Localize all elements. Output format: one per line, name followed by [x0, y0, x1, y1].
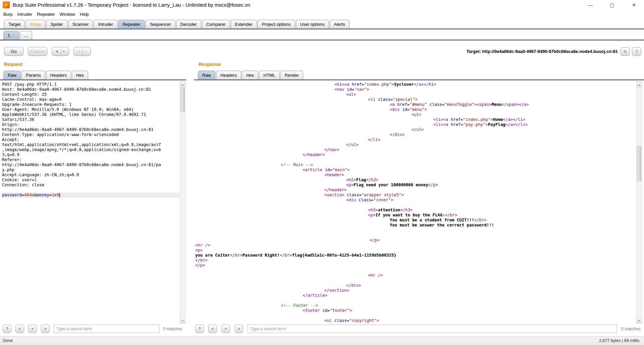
tab-user-options[interactable]: User options — [296, 20, 329, 28]
tab-sequencer[interactable]: Sequencer — [146, 20, 175, 28]
code-segment: attention — [378, 208, 400, 212]
tab-extender[interactable]: Extender — [231, 20, 257, 28]
scroll-down-icon[interactable]: ▼ — [180, 318, 185, 323]
response-search-next-button[interactable]: > — [234, 325, 243, 333]
code-segment: <div — [390, 107, 402, 112]
response-search-help-button[interactable]: ? — [195, 325, 204, 333]
request-tab-raw[interactable]: Raw — [3, 71, 21, 79]
response-search-prev-button[interactable]: < — [208, 325, 217, 333]
scroll-up-icon[interactable]: ▲ — [637, 82, 642, 87]
close-tab-icon[interactable]: × — [12, 33, 14, 38]
tab-project-options[interactable]: Project options — [258, 20, 295, 28]
response-tab-hex[interactable]: Hex — [242, 71, 258, 79]
code-line: </p> — [195, 263, 635, 268]
code-segment: "special" — [393, 97, 415, 102]
repeater-session-tab-...[interactable]: ... — [20, 31, 32, 40]
code-segment: <!-- Main --> — [281, 162, 313, 167]
response-search-input[interactable] — [248, 325, 617, 333]
code-segment: </span></a> — [501, 102, 529, 107]
code-segment: password — [2, 193, 22, 197]
tab-scanner[interactable]: Scanner — [68, 20, 93, 28]
tab-alerts[interactable]: Alerts — [330, 20, 350, 28]
code-segment: 1e9 — [52, 193, 59, 197]
code-line: <p> — [195, 248, 635, 253]
scroll-up-icon[interactable]: ▲ — [180, 82, 185, 87]
help-button[interactable]: ? — [632, 47, 641, 56]
code-line: <ul> — [195, 92, 635, 97]
code-segment: "wrapper style5" — [362, 193, 401, 197]
code-segment: Connection: close — [2, 183, 44, 187]
code-line: <a href="#menu" class="menuToggle"><span… — [195, 102, 635, 107]
code-line: <div class="inner"> — [195, 198, 635, 203]
request-search-prev-button[interactable]: < — [15, 325, 24, 333]
go-button[interactable]: Go — [4, 47, 23, 56]
close-button[interactable]: ✕ — [626, 0, 642, 10]
code-segment: Cookie: — [2, 178, 22, 182]
response-search-plus-button[interactable]: + — [221, 325, 230, 333]
request-scrollbar-thumb[interactable] — [180, 88, 185, 112]
code-segment: = — [390, 97, 393, 102]
code-line: <nav id="nav"> — [195, 87, 635, 92]
code-segment: href — [498, 323, 508, 324]
tab-target[interactable]: Target — [4, 20, 25, 28]
request-search-input[interactable] — [54, 325, 159, 333]
request-tab-hex[interactable]: Hex — [72, 71, 88, 79]
code-segment: you are Cuiter — [195, 253, 230, 258]
tab-spider[interactable]: Spider — [46, 20, 67, 28]
scroll-down-icon[interactable]: ▼ — [637, 318, 642, 323]
menu-item-help[interactable]: Help — [80, 12, 89, 17]
status-text: Done — [3, 338, 13, 343]
response-tab-headers[interactable]: Headers — [216, 71, 241, 79]
code-segment: > — [391, 82, 394, 87]
cancel-button[interactable]: Cancel — [28, 47, 47, 56]
code-segment: "copyright" — [349, 318, 376, 323]
code-segment: id — [322, 308, 327, 313]
response-tab-html[interactable]: HTML — [259, 71, 279, 79]
code-line: <section class="wrapper style5"> — [195, 193, 635, 198]
menu-item-repeater[interactable]: Repeater — [37, 12, 55, 17]
code-segment: </ul> — [346, 142, 359, 147]
code-segment: </nav> — [324, 147, 339, 152]
history-back-button[interactable]: < ▼ — [52, 47, 69, 56]
code-segment: PayFlag — [488, 122, 505, 127]
code-segment: > — [347, 167, 350, 172]
maximize-button[interactable]: ▢ — [604, 0, 621, 10]
main-tab-bar: TargetProxySpiderScannerIntruderRepeater… — [0, 18, 644, 29]
request-tab-headers[interactable]: Headers — [46, 71, 71, 79]
code-segment: = — [442, 102, 444, 107]
request-scrollbar[interactable]: ▲ ▼ — [180, 81, 185, 324]
repeater-session-tab-1[interactable]: 1× — [3, 31, 19, 40]
code-segment: Menu — [492, 102, 502, 107]
code-segment: </li><li> — [448, 323, 471, 324]
menu-item-intruder[interactable]: Intruder — [17, 12, 32, 17]
response-scrollbar[interactable]: ▲ ▼ — [636, 81, 642, 324]
response-tab-render[interactable]: Render — [280, 71, 304, 79]
request-search-plus-button[interactable]: + — [28, 325, 37, 333]
response-meta-text: 2,677 bytes | 69 millis — [599, 338, 639, 343]
tab-decoder[interactable]: Decoder — [176, 20, 201, 28]
response-scrollbar-thumb[interactable] — [637, 146, 641, 181]
tab-intruder[interactable]: Intruder — [94, 20, 117, 28]
code-segment: <h2> — [346, 178, 356, 182]
code-line: y.php — [2, 167, 179, 172]
menu-item-burp[interactable]: Burp — [3, 12, 12, 17]
request-tab-params[interactable]: Params — [21, 71, 45, 79]
response-viewer[interactable]: <h1><a href="index.php">Syclover</a></h1… — [194, 81, 635, 324]
request-search-next-button[interactable]: > — [41, 325, 50, 333]
tab-comparer[interactable]: Comparer — [202, 20, 230, 28]
menu-item-window[interactable]: Window — [60, 12, 75, 17]
tab-repeater[interactable]: Repeater — [118, 20, 145, 28]
request-editor[interactable]: POST /pay.php HTTP/1.1Host: 0e4a06dc-9aa… — [1, 81, 179, 324]
code-segment: <li><a — [433, 117, 451, 122]
response-tab-raw[interactable]: Raw — [198, 71, 215, 79]
request-search-help-button[interactable]: ? — [3, 325, 11, 333]
blank-line — [195, 278, 635, 283]
edit-target-button[interactable]: ✎ — [621, 47, 630, 56]
minimize-button[interactable]: — — [582, 0, 599, 10]
history-forward-button[interactable]: > ▼ — [73, 47, 91, 56]
burp-app-icon: ⚡ — [3, 1, 10, 8]
code-segment: href — [352, 82, 362, 87]
code-line: Cache-Control: max-age=0 — [2, 97, 179, 102]
code-segment: "index.php" — [364, 82, 391, 87]
tab-proxy[interactable]: Proxy — [25, 20, 45, 28]
